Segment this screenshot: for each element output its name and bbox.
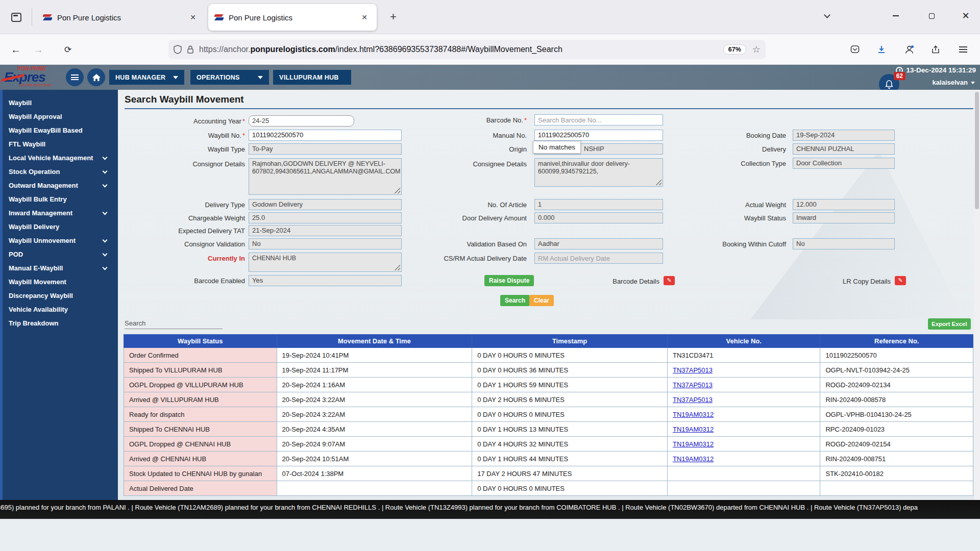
browser-scrollbar[interactable] xyxy=(974,90,980,500)
validation-based-on-field[interactable]: Aadhar xyxy=(534,238,663,249)
tab-close-icon[interactable]: ✕ xyxy=(187,12,199,23)
zoom-level-badge[interactable]: 67% xyxy=(723,44,746,55)
role-dropdown[interactable]: HUB MANAGER xyxy=(109,70,184,85)
bookmark-star-icon[interactable]: ☆ xyxy=(752,44,761,55)
sidebar-item-waybill-delivery[interactable]: Waybill Delivery xyxy=(3,220,118,234)
vehicle-link[interactable]: TN37AP5013 xyxy=(673,366,713,374)
sidebar-item-vehicle-availability[interactable]: Vehicle Availability xyxy=(3,303,118,316)
no-of-article-field[interactable]: 1 xyxy=(534,199,663,210)
sidebar-item-outward-management[interactable]: Outward Management xyxy=(3,179,118,192)
col-timestamp[interactable]: Timestamp xyxy=(472,335,668,348)
reload-icon[interactable]: ⟳ xyxy=(59,41,77,58)
consignee-details-textarea[interactable]: manivel,thiruvallur door delivery-600099… xyxy=(534,158,663,187)
resize-grip-icon[interactable] xyxy=(394,187,400,193)
scrollbar-thumb[interactable] xyxy=(975,92,979,209)
lr-copy-details-edit-button[interactable]: ✎ xyxy=(895,276,906,285)
waybill-status-field[interactable]: Inward xyxy=(793,212,895,223)
vehicle-link[interactable]: TN19AM0312 xyxy=(673,455,714,463)
cs-rm-actual-delivery-date-input[interactable] xyxy=(534,253,663,264)
share-icon[interactable] xyxy=(928,42,943,57)
table-search-input[interactable] xyxy=(125,329,223,329)
sidebar-item-waybill-approval[interactable]: Waybill Approval xyxy=(3,110,118,123)
sidebar-item-ftl-waybill[interactable]: FTL Waybill xyxy=(3,137,118,151)
hub-selector[interactable]: VILLUPURAM HUB xyxy=(273,70,351,85)
sidebar-item-local-vehicle-management[interactable]: Local Vehicle Management xyxy=(3,151,118,165)
col-vehicle-no[interactable]: Vehicle No. xyxy=(667,335,820,348)
sidebar-item-waybill-bulk-entry[interactable]: Waybill Bulk Entry xyxy=(3,192,118,206)
new-tab-button[interactable]: + xyxy=(390,10,397,23)
sidebar-item-manual-e-waybill[interactable]: Manual E-Waybill xyxy=(3,261,118,275)
pocket-icon[interactable] xyxy=(847,42,863,57)
sidebar-item-inward-management[interactable]: Inward Management xyxy=(3,206,118,220)
page-title: Search Waybill Movement xyxy=(125,94,244,105)
window-minimize-button[interactable] xyxy=(886,7,906,24)
user-menu[interactable]: kalaiselvan xyxy=(933,79,975,86)
export-excel-button[interactable]: Export Excel xyxy=(928,318,971,330)
window-maximize-button[interactable] xyxy=(921,7,942,24)
sidebar-item-stock-operation[interactable]: Stock Operation xyxy=(3,165,118,179)
news-ticker: 3695) planned for your branch from PALAN… xyxy=(0,500,980,519)
booking-within-cutoff-label: Booking Within Cutoff xyxy=(654,239,786,249)
ponpure-logo[interactable]: PON PURE Expres On time every time xyxy=(4,66,70,87)
sidebar-item-discrepancy-waybill[interactable]: Discrepancy Waybill xyxy=(3,289,118,303)
vehicle-link[interactable]: TN19AM0312 xyxy=(673,440,714,448)
barcode-no-input[interactable] xyxy=(534,114,663,126)
table-row: OGPL Dropped @ VILLUPURAM HUB 20-Sep-202… xyxy=(124,378,973,392)
home-icon[interactable] xyxy=(87,68,105,86)
chevron-down-icon xyxy=(103,155,108,160)
shield-icon[interactable] xyxy=(174,45,182,54)
department-dropdown[interactable]: OPERATIONS xyxy=(190,70,269,85)
lr-copy-details-label: LR Copy Details xyxy=(789,277,891,287)
manual-no-input[interactable]: 10119022500570 xyxy=(534,130,663,141)
sidebar-item-waybill-ewaybill-based[interactable]: Waybill EwayBill Based xyxy=(3,123,118,137)
sidebar-item-waybill-movement[interactable]: Waybill Movement xyxy=(3,275,118,289)
sidebar-item-trip-breakdown[interactable]: Trip Breakdown xyxy=(3,316,118,330)
search-button[interactable]: Search xyxy=(500,295,530,306)
address-bar[interactable]: https://anchor.ponpurelogistics.com/inde… xyxy=(168,40,766,59)
account-icon[interactable] xyxy=(901,42,917,57)
window-close-button[interactable]: ✕ xyxy=(955,7,976,24)
vehicle-link[interactable]: TN37AP5013 xyxy=(673,381,713,389)
vehicle-link[interactable]: TN19AM0312 xyxy=(673,425,714,433)
firefox-view-icon[interactable] xyxy=(7,8,26,27)
lock-icon[interactable] xyxy=(187,45,194,54)
clear-button[interactable]: Clear xyxy=(529,295,554,306)
menu-icon[interactable] xyxy=(955,42,971,57)
browser-tab-bar: Pon Pure Logistics ✕ Pon Pure Logistics … xyxy=(0,0,980,34)
sidebar-item-waybill[interactable]: Waybill xyxy=(3,96,118,110)
barcode-details-edit-button[interactable]: ✎ xyxy=(664,276,675,285)
browser-tab-1[interactable]: Pon Pure Logistics ✕ xyxy=(37,4,205,31)
col-movement-datetime[interactable]: Movement Date & Time xyxy=(277,335,472,348)
resize-grip-icon[interactable] xyxy=(394,264,400,270)
sidebar-item-pod[interactable]: POD xyxy=(3,247,118,261)
resize-grip-icon[interactable] xyxy=(655,179,662,185)
actual-weight-field[interactable]: 12.000 xyxy=(793,199,895,210)
tab-close-icon[interactable]: ✕ xyxy=(358,12,371,23)
door-delivery-amount-field[interactable]: 0.000 xyxy=(534,212,663,223)
forward-icon[interactable]: → xyxy=(30,41,47,58)
delivery-field[interactable]: CHENNAI PUZHAL xyxy=(793,143,895,155)
accounting-year-select[interactable]: 24-25 xyxy=(249,115,354,127)
back-icon[interactable]: ← xyxy=(7,41,24,58)
cell-status: Stock Updated to CHENNAI HUB by gunalan xyxy=(124,466,277,481)
waybill-movement-table: Waybill Status Movement Date & Time Time… xyxy=(124,334,973,496)
app-menu-icon[interactable] xyxy=(66,68,84,86)
sidebar-nav: Waybill Waybill Approval Waybill EwayBil… xyxy=(0,90,118,500)
barcode-enabled-field[interactable]: Yes xyxy=(249,275,402,286)
collection-type-field[interactable]: Door Collection xyxy=(793,158,895,169)
raise-dispute-button[interactable]: Raise Dispute xyxy=(484,275,534,286)
chevron-down-icon xyxy=(103,169,108,174)
vehicle-link[interactable]: TN19AM0312 xyxy=(673,411,714,418)
browser-url-bar: ← → ⟳ https://anchor.ponpurelogistics.co… xyxy=(0,34,980,65)
downloads-icon[interactable] xyxy=(874,42,889,57)
cell-datetime: 20-Sep-2024 10:51AM xyxy=(277,452,472,466)
col-waybill-status[interactable]: Waybill Status xyxy=(124,335,277,348)
vehicle-link[interactable]: TN37AP5013 xyxy=(673,396,713,404)
col-reference-no[interactable]: Reference No. xyxy=(820,335,973,348)
booking-within-cutoff-field[interactable]: No xyxy=(793,238,895,249)
booking-date-field[interactable]: 19-Sep-2024 xyxy=(793,130,895,141)
expected-delivery-tat-field[interactable]: 21-Sep-2024 xyxy=(249,225,402,236)
browser-tab-2-active[interactable]: Pon Pure Logistics ✕ xyxy=(208,4,377,31)
sidebar-item-waybill-unmovement[interactable]: Waybill Unmovement xyxy=(3,234,118,247)
list-tabs-icon[interactable] xyxy=(817,7,837,24)
